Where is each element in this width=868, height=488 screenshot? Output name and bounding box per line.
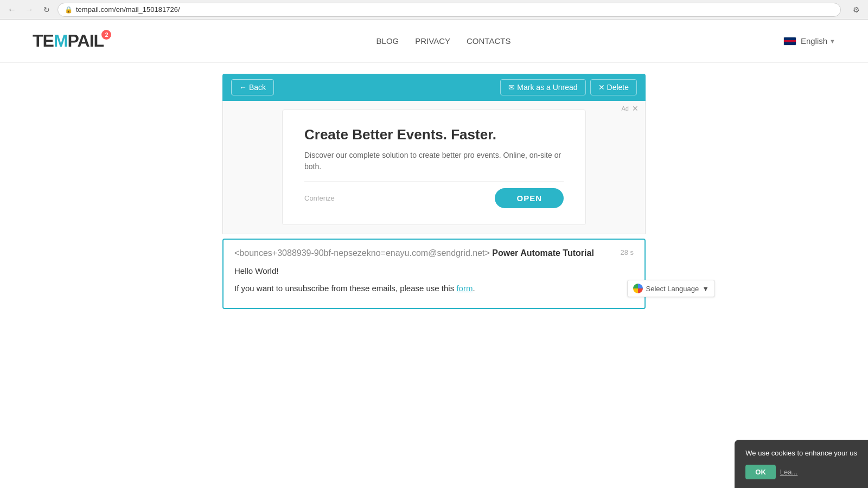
ad-open-button[interactable]: OPEN: [495, 188, 564, 208]
email-from-address: <bounces+3088939-90bf-nepsezekno=enayu.c…: [234, 248, 490, 258]
language-selector[interactable]: English ▼: [801, 36, 835, 46]
nav-links: BLOG PRIVACY CONTACTS: [376, 36, 511, 46]
logo-pail: PAIL: [68, 31, 104, 50]
address-bar[interactable]: 🔒 tempail.com/en/mail_150181726/: [58, 3, 841, 17]
site-wrapper: TEMPAIL 2 BLOG PRIVACY CONTACTS English …: [0, 20, 868, 488]
browser-actions: ⚙: [850, 3, 863, 16]
language-label: English: [801, 36, 827, 46]
nav-contacts[interactable]: CONTACTS: [467, 36, 510, 46]
browser-chrome: ← → ↻ 🔒 tempail.com/en/mail_150181726/ ⚙: [0, 0, 868, 20]
ad-footer: Conferize OPEN: [304, 181, 564, 208]
email-from-section: <bounces+3088939-90bf-nepsezekno=enayu.c…: [234, 248, 594, 258]
ad-label: Ad: [622, 105, 629, 112]
email-header-row: <bounces+3088939-90bf-nepsezekno=enayu.c…: [234, 248, 634, 258]
unsubscribe-link[interactable]: form: [456, 284, 473, 293]
cookie-text: We use cookies to enhance your us: [745, 448, 857, 458]
logo-m: M: [54, 31, 68, 50]
header-right: English ▼: [783, 36, 835, 46]
email-timestamp: 28 s: [620, 248, 634, 256]
mark-unread-button[interactable]: ✉ Mark as a Unread: [500, 79, 585, 95]
email-unsubscribe: If you want to unsubscribe from these em…: [234, 282, 634, 295]
reload-button[interactable]: ↻: [40, 3, 53, 16]
email-toolbar: ← Back ✉ Mark as a Unread ✕ Delete: [222, 74, 646, 101]
back-nav-button[interactable]: ←: [5, 3, 18, 16]
email-card: <bounces+3088939-90bf-nepsezekno=enayu.c…: [222, 239, 646, 309]
chevron-down-icon: ▼: [829, 38, 835, 44]
extensions-button[interactable]: ⚙: [850, 3, 863, 16]
translate-widget[interactable]: Select Language ▼: [627, 280, 715, 297]
back-button[interactable]: ← Back: [231, 79, 274, 95]
flag-icon: [783, 37, 796, 46]
logo[interactable]: TEMPAIL 2: [33, 31, 104, 51]
cookie-banner: We use cookies to enhance your us OK Lea…: [735, 440, 868, 488]
translate-chevron-icon: ▼: [702, 285, 709, 293]
forward-nav-button[interactable]: →: [23, 3, 36, 16]
close-icon[interactable]: ✕: [632, 104, 639, 113]
url-text: tempail.com/en/mail_150181726/: [76, 5, 180, 14]
ad-description: Discover our complete solution to create…: [304, 150, 564, 172]
google-icon: [633, 284, 643, 293]
email-greeting: Hello World!: [234, 265, 634, 278]
email-subject: Power Automate Tutorial: [492, 248, 594, 258]
delete-button[interactable]: ✕ Delete: [590, 79, 637, 95]
email-body: Hello World! If you want to unsubscribe …: [234, 265, 634, 295]
main-content: ← Back ✉ Mark as a Unread ✕ Delete Ad ✕ …: [222, 63, 646, 320]
nav-privacy[interactable]: PRIVACY: [415, 36, 450, 46]
select-language-label: Select Language: [646, 285, 699, 293]
logo-te: TE: [33, 31, 54, 50]
site-header: TEMPAIL 2 BLOG PRIVACY CONTACTS English …: [0, 20, 868, 63]
lock-icon: 🔒: [65, 6, 73, 14]
cookie-actions: OK Lea...: [745, 465, 857, 479]
ad-card: Create Better Events. Faster. Discover o…: [282, 110, 586, 225]
notification-badge: 2: [101, 30, 111, 40]
cookie-ok-button[interactable]: OK: [745, 465, 776, 479]
ad-container: Ad ✕ Create Better Events. Faster. Disco…: [222, 101, 646, 234]
logo-area: TEMPAIL 2: [33, 31, 104, 51]
ad-brand: Conferize: [304, 194, 335, 202]
toolbar-right: ✉ Mark as a Unread ✕ Delete: [500, 79, 637, 95]
nav-blog[interactable]: BLOG: [376, 36, 399, 46]
ad-title: Create Better Events. Faster.: [304, 126, 564, 143]
cookie-learn-button[interactable]: Lea...: [780, 465, 798, 479]
